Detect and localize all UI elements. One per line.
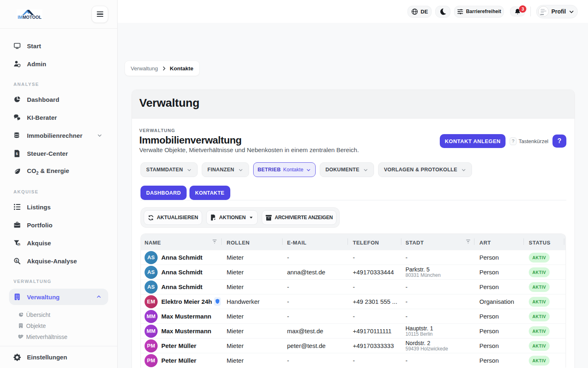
svg-text:$: $ <box>18 243 20 246</box>
svg-text:$: $ <box>16 258 18 262</box>
svg-text:$: $ <box>16 151 18 155</box>
